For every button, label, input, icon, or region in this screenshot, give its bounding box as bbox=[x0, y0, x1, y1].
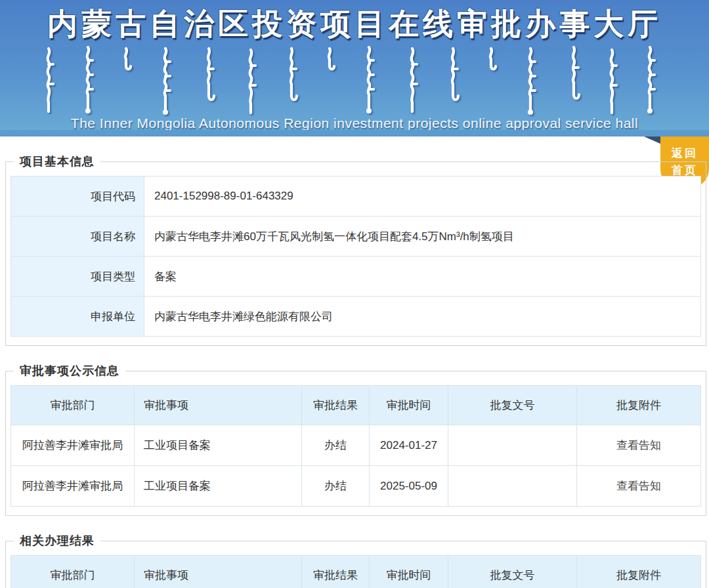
table-row: 项目名称 内蒙古华电李井滩60万千瓦风光制氢一体化项目配套4.5万Nm³/h制氢… bbox=[11, 217, 701, 257]
section-basic-info-title: 项目基本信息 bbox=[14, 154, 100, 169]
column-header-dept: 审批部门 bbox=[11, 556, 135, 588]
field-label-project-type: 项目类型 bbox=[11, 257, 144, 297]
section-approval-publicity-title: 审批事项公示信息 bbox=[14, 363, 125, 379]
basic-info-table: 项目代码 2401-152998-89-01-643329 项目名称 内蒙古华电… bbox=[11, 176, 701, 337]
column-header-dept: 审批部门 bbox=[11, 386, 135, 425]
view-notice-link[interactable]: 查看告知 bbox=[616, 439, 661, 452]
site-subtitle-english: The Inner Mongolia Autonomous Region inv… bbox=[0, 116, 709, 130]
table-row: 阿拉善李井滩审批局 工业项目备案 办结 2024-01-27 查看告知 bbox=[11, 425, 701, 466]
cell-item: 工业项目备案 bbox=[135, 425, 302, 466]
table-row: 阿拉善李井滩审批局 工业项目备案 办结 2025-05-09 查看告知 bbox=[11, 466, 701, 507]
column-header-item: 审批事项 bbox=[135, 386, 302, 425]
cell-doc-no bbox=[448, 425, 577, 466]
column-header-result: 审批结果 bbox=[302, 556, 370, 588]
column-header-doc-no: 批复文号 bbox=[448, 386, 577, 425]
table-header-row: 审批部门 审批事项 审批结果 审批时间 批复文号 批复附件 bbox=[11, 556, 701, 588]
field-label-project-name: 项目名称 bbox=[11, 217, 144, 257]
column-header-date: 审批时间 bbox=[370, 556, 448, 588]
column-header-date: 审批时间 bbox=[370, 386, 448, 425]
field-value-declaring-unit: 内蒙古华电李井滩绿色能源有限公司 bbox=[144, 297, 701, 337]
cell-dept: 阿拉善李井滩审批局 bbox=[11, 425, 135, 466]
section-related-results: 相关办理结果 审批部门 审批事项 审批结果 审批时间 批复文号 批复附件 bbox=[5, 541, 706, 588]
field-value-project-type: 备案 bbox=[144, 257, 701, 297]
header-accent-bar bbox=[0, 130, 709, 136]
cell-date: 2025-05-09 bbox=[370, 466, 448, 507]
cell-result: 办结 bbox=[302, 425, 370, 466]
table-header-row: 审批部门 审批事项 审批结果 审批时间 批复文号 批复附件 bbox=[11, 386, 701, 425]
cell-result: 办结 bbox=[302, 466, 370, 507]
section-basic-info: 项目基本信息 项目代码 2401-152998-89-01-643329 项目名… bbox=[5, 161, 706, 346]
field-value-project-code: 2401-152998-89-01-643329 bbox=[144, 177, 701, 217]
table-row: 项目类型 备案 bbox=[11, 257, 701, 297]
column-header-attachment: 批复附件 bbox=[577, 386, 701, 425]
site-title-chinese: 内蒙古自治区投资项目在线审批办事大厅 bbox=[0, 0, 709, 45]
cell-date: 2024-01-27 bbox=[370, 425, 448, 466]
cell-doc-no bbox=[448, 466, 577, 507]
field-label-project-code: 项目代码 bbox=[11, 177, 144, 217]
section-related-results-title: 相关办理结果 bbox=[14, 533, 100, 549]
ribbon-fold-icon bbox=[644, 136, 660, 144]
cell-item: 工业项目备案 bbox=[135, 466, 302, 507]
view-notice-link[interactable]: 查看告知 bbox=[616, 480, 661, 492]
field-value-project-name: 内蒙古华电李井滩60万千瓦风光制氢一体化项目配套4.5万Nm³/h制氢项目 bbox=[144, 217, 701, 257]
field-label-declaring-unit: 申报单位 bbox=[11, 297, 144, 337]
cell-attachment: 查看告知 bbox=[577, 425, 701, 466]
column-header-item: 审批事项 bbox=[135, 556, 302, 588]
cell-dept: 阿拉善李井滩审批局 bbox=[11, 466, 135, 507]
approval-publicity-table: 审批部门 审批事项 审批结果 审批时间 批复文号 批复附件 阿拉善李井滩审批局 … bbox=[11, 385, 701, 507]
column-header-doc-no: 批复文号 bbox=[448, 556, 577, 588]
related-results-table: 审批部门 审批事项 审批结果 审批时间 批复文号 批复附件 bbox=[11, 555, 701, 588]
cell-attachment: 查看告知 bbox=[577, 466, 701, 507]
column-header-attachment: 批复附件 bbox=[577, 556, 701, 588]
site-header-banner: 内蒙古自治区投资项目在线审批办事大厅 bbox=[0, 0, 709, 130]
mongolian-script bbox=[0, 46, 709, 116]
section-approval-publicity: 审批事项公示信息 审批部门 审批事项 审批结果 审批时间 批复文号 批复附件 阿… bbox=[5, 371, 706, 516]
table-row: 项目代码 2401-152998-89-01-643329 bbox=[11, 177, 701, 217]
column-header-result: 审批结果 bbox=[302, 386, 370, 425]
page: 内蒙古自治区投资项目在线审批办事大厅 bbox=[0, 0, 709, 588]
table-row: 申报单位 内蒙古华电李井滩绿色能源有限公司 bbox=[11, 297, 701, 337]
